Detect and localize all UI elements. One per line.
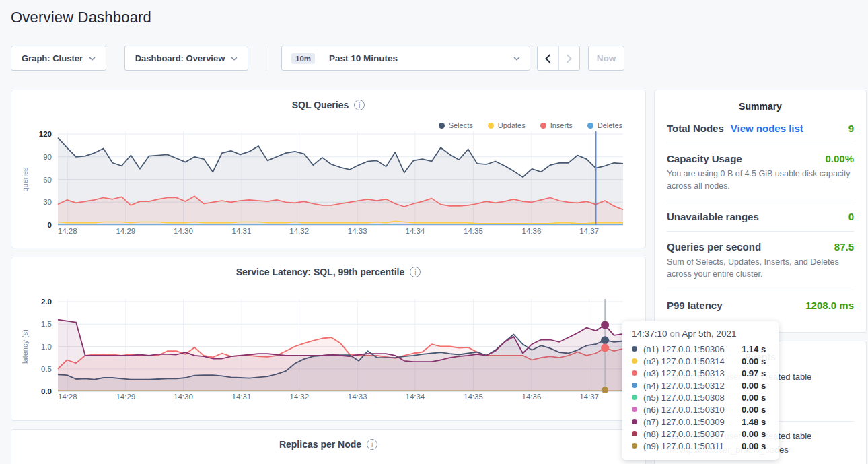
node-latency-value: 0.00 s <box>742 429 766 439</box>
summary-row-description: You are using 0 B of 4.5 GiB usable disk… <box>667 168 854 192</box>
node-address: (n1) 127.0.0.1:50306 <box>643 344 742 354</box>
y-axis-tick: 1.0 <box>41 343 52 351</box>
summary-row: Queries per second87.5Sum of Selects, Up… <box>667 232 854 290</box>
node-address: (n2) 127.0.0.1:50314 <box>643 356 742 366</box>
node-address: (n9) 127.0.0.1:50311 <box>643 441 742 451</box>
node-color-dot <box>632 407 637 412</box>
node-address: (n6) 127.0.0.1:50310 <box>643 405 742 415</box>
replicas-per-node-chart-panel: Replicas per Node <box>11 429 646 464</box>
time-range-label: Past 10 Minutes <box>329 53 398 63</box>
y-axis-tick: 120 <box>39 130 52 138</box>
node-latency-value: 0.00 s <box>742 356 766 366</box>
summary-row: Capacity Usage0.00%You are using 0 B of … <box>667 143 854 201</box>
x-axis-tick: 14:33 <box>348 393 367 401</box>
node-color-dot <box>632 346 637 352</box>
y-axis-tick: 90 <box>43 153 52 161</box>
summary-row-label: Queries per second <box>667 241 761 253</box>
summary-row-description: Sum of Selects, Updates, Inserts, and De… <box>667 256 854 280</box>
node-address: (n5) 127.0.0.1:50308 <box>643 393 742 403</box>
node-latency-value: 0.00 s <box>742 441 766 451</box>
y-axis-tick: 2.0 <box>41 298 52 306</box>
node-latency-value: 0.00 s <box>742 380 766 391</box>
sql-queries-chart[interactable]: 030609012014:2814:2914:3014:3114:3214:33… <box>11 125 647 246</box>
x-axis-tick: 14:29 <box>116 393 135 401</box>
chevron-right-icon <box>566 54 572 63</box>
info-icon[interactable] <box>410 267 421 277</box>
x-axis-tick: 14:37 <box>579 393 599 401</box>
controls-divider <box>266 46 266 71</box>
summary-row-value: 0 <box>848 211 854 222</box>
summary-row-value: 87.5 <box>834 241 854 253</box>
graph-dropdown-label: Graph: Cluster <box>22 53 83 63</box>
y-axis-label: queries <box>21 167 29 192</box>
service-latency-chart-panel: Service Latency: SQL, 99th percentile 0.… <box>11 257 646 421</box>
y-axis-label: latency (s) <box>21 329 29 364</box>
now-button[interactable]: Now <box>588 46 624 71</box>
service-latency-chart[interactable]: 0.00.51.01.52.014:2814:2914:3014:3114:32… <box>11 292 647 413</box>
prev-time-button[interactable] <box>538 46 558 70</box>
next-time-button[interactable] <box>558 46 580 70</box>
tooltip-row: (n5) 127.0.0.1:503080.00 s <box>632 391 769 403</box>
node-latency-value: 0.00 s <box>742 405 766 415</box>
y-axis-tick: 0.5 <box>41 365 52 373</box>
x-axis-tick: 14:36 <box>522 227 542 235</box>
info-icon[interactable] <box>367 439 377 450</box>
info-icon[interactable] <box>354 100 365 110</box>
x-axis-tick: 14:33 <box>348 227 367 235</box>
chart-hover-tooltip: 14:37:10 on Apr 5th, 2021 (n1) 127.0.0.1… <box>622 321 779 460</box>
x-axis-tick: 14:32 <box>289 227 309 235</box>
sql-queries-chart-title: SQL Queries <box>292 100 349 110</box>
x-axis-tick: 14:29 <box>116 227 135 235</box>
y-axis-tick: 1.5 <box>41 320 52 328</box>
node-color-dot <box>632 383 637 388</box>
graph-dropdown[interactable]: Graph: Cluster <box>11 46 106 71</box>
x-axis-tick: 14:35 <box>464 227 483 235</box>
tooltip-row: (n8) 127.0.0.1:503070.00 s <box>632 428 769 440</box>
node-color-dot <box>632 443 637 449</box>
summary-row-label: Capacity Usage <box>667 153 742 164</box>
time-step-buttons <box>537 46 580 71</box>
summary-row: Unavailable ranges0 <box>667 201 854 232</box>
time-range-dropdown[interactable]: 10m Past 10 Minutes <box>281 46 530 71</box>
tooltip-row: (n2) 127.0.0.1:503140.00 s <box>632 355 769 367</box>
tooltip-row: (n6) 127.0.0.1:503100.00 s <box>632 403 769 416</box>
node-latency-value: 1.48 s <box>742 417 766 427</box>
x-axis-tick: 14:30 <box>174 227 193 235</box>
view-nodes-list-link[interactable]: View nodes list <box>731 123 803 134</box>
summary-row-value: 1208.0 ms <box>805 300 854 311</box>
x-axis-tick: 14:34 <box>405 227 425 235</box>
y-axis-tick: 60 <box>43 176 52 184</box>
node-latency-value: 0.00 s <box>742 393 766 403</box>
time-range-badge: 10m <box>291 53 315 64</box>
x-axis-tick: 14:37 <box>579 227 599 235</box>
y-axis-tick: 30 <box>43 198 52 206</box>
chevron-down-icon <box>231 57 238 61</box>
chevron-down-icon <box>89 57 96 61</box>
summary-row-value: 0.00% <box>825 153 854 164</box>
node-latency-value: 1.14 s <box>742 344 766 354</box>
summary-panel: Summary Total NodesView nodes list9Capac… <box>654 90 867 333</box>
chevron-left-icon <box>545 54 551 63</box>
x-axis-tick: 14:31 <box>232 393 252 401</box>
tooltip-row: (n4) 127.0.0.1:503120.00 s <box>632 379 769 391</box>
tooltip-row: (n1) 127.0.0.1:503061.14 s <box>632 343 769 355</box>
tooltip-rows: (n1) 127.0.0.1:503061.14 s(n2) 127.0.0.1… <box>632 343 769 452</box>
chevron-down-icon <box>513 57 520 61</box>
summary-row: Total NodesView nodes list9 <box>667 113 854 143</box>
x-axis-tick: 14:30 <box>174 393 193 401</box>
x-axis-tick: 14:28 <box>58 227 77 235</box>
node-color-dot <box>632 370 637 376</box>
dashboard-dropdown[interactable]: Dashboard: Overview <box>124 46 248 71</box>
x-axis-tick: 14:32 <box>289 393 309 401</box>
node-address: (n8) 127.0.0.1:50307 <box>643 429 742 439</box>
summary-row: P99 latency1208.0 ms <box>667 290 854 320</box>
tooltip-timestamp: 14:37:10 on Apr 5th, 2021 <box>632 329 769 339</box>
service-latency-chart-title: Service Latency: SQL, 99th percentile <box>236 267 405 277</box>
tooltip-row: (n3) 127.0.0.1:503130.97 s <box>632 367 769 379</box>
node-address: (n4) 127.0.0.1:50312 <box>643 380 742 391</box>
x-axis-tick: 14:34 <box>405 393 425 401</box>
sql-queries-chart-panel: SQL Queries SelectsUpdatesInsertsDeletes… <box>11 90 646 248</box>
summary-title: Summary <box>655 90 866 113</box>
tooltip-row: (n7) 127.0.0.1:503091.48 s <box>632 416 769 428</box>
summary-row-label: Total Nodes <box>667 123 724 134</box>
